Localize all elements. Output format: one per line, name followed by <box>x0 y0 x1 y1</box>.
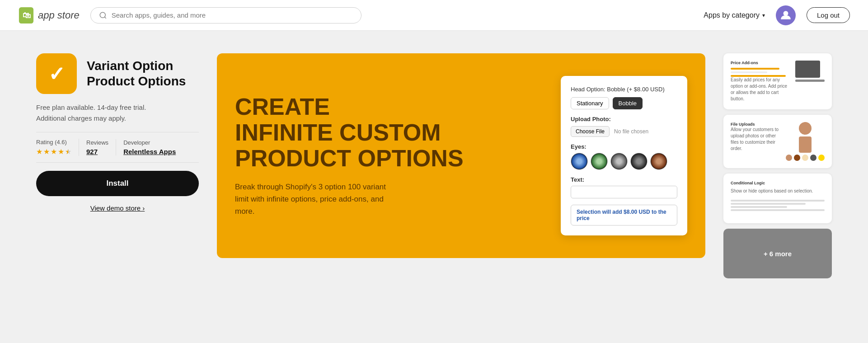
option-buttons: Stationary Bobble <box>571 97 677 109</box>
thumb-conditional-desc: Show or hide options based on selection. <box>731 188 825 194</box>
thumbnail-file-uploads[interactable]: File Uploads Allow your customers to upl… <box>723 115 832 168</box>
rating-label: Rating (4.6) <box>36 139 71 146</box>
hero-title-line1: CREATE <box>235 94 543 120</box>
code-line-3 <box>731 206 787 208</box>
developer-name[interactable]: Relentless Apps <box>123 148 176 155</box>
chevron-down-icon: ▾ <box>762 12 765 19</box>
logout-button[interactable]: Log out <box>807 7 850 23</box>
thumb-file-uploads-desc: Allow your customers to upload photos or… <box>731 127 782 152</box>
header: 🛍 app store Apps by category ▾ Log out <box>0 0 868 31</box>
star-5-half: ★★ <box>65 147 71 156</box>
hero-title: CREATE INFINITE CUSTOM PRODUCT OPTIONS <box>235 94 543 172</box>
eye-option-dark[interactable] <box>630 153 647 170</box>
person-body-icon <box>799 136 812 153</box>
eye-option-brown[interactable] <box>650 153 667 170</box>
search-input[interactable] <box>112 11 353 19</box>
thumb-price-addons-desc: Easily add prices for any option or add-… <box>731 77 792 102</box>
app-subtitle-line2: Additional charges may apply. <box>36 113 199 124</box>
thumbnail-conditional-logic[interactable]: Conditional Logic Show or hide options b… <box>723 174 832 223</box>
product-options-modal: Head Option: Bobble (+ $8.00 USD) Statio… <box>561 76 687 235</box>
user-icon <box>780 9 792 21</box>
eyes-label: Eyes: <box>571 143 677 150</box>
bobble-option-button[interactable]: Bobble <box>613 97 643 109</box>
more-label: + 6 more <box>764 250 792 258</box>
apps-by-category-nav[interactable]: Apps by category ▾ <box>704 11 765 19</box>
logo-text: app store <box>38 9 80 21</box>
app-header: ✓ Variant Option Product Options <box>36 53 199 94</box>
laptop-icon <box>795 61 820 78</box>
head-option-text: Head Option: Bobble (+ $8.00 USD) <box>571 86 665 93</box>
text-field-input[interactable] <box>571 186 677 198</box>
price-bar-1 <box>731 68 779 70</box>
shopify-logo-icon: 🛍 <box>18 7 34 23</box>
hero-title-line2: INFINITE CUSTOM <box>235 120 543 146</box>
star-3: ★ <box>51 147 57 156</box>
code-line-4 <box>731 209 825 211</box>
reviews-label: Reviews <box>86 139 108 146</box>
search-bar <box>90 7 361 23</box>
code-line-2 <box>731 203 806 205</box>
developer-cell: Developer Relentless Apps <box>116 139 183 155</box>
svg-point-4 <box>784 11 788 16</box>
hero-title-line3: PRODUCT OPTIONS <box>235 146 543 171</box>
swatch-1 <box>786 155 792 161</box>
swatch-2 <box>794 155 800 161</box>
head-option-label: Head Option: Bobble (+ $8.00 USD) <box>571 86 677 93</box>
search-icon <box>99 11 107 19</box>
star-1: ★ <box>36 147 42 156</box>
reviews-count[interactable]: 927 <box>86 148 108 155</box>
thumb-file-text: File Uploads Allow your customers to upl… <box>731 122 782 152</box>
hero-panel: CREATE INFINITE CUSTOM PRODUCT OPTIONS B… <box>217 53 705 258</box>
checkmark-icon: ✓ <box>48 62 65 85</box>
developer-label: Developer <box>123 139 176 146</box>
logo[interactable]: 🛍 app store <box>18 7 80 23</box>
stationary-option-button[interactable]: Stationary <box>571 97 609 109</box>
star-4: ★ <box>58 147 64 156</box>
file-upload-row: Choose File No file chosen <box>571 126 677 137</box>
thumb-code-lines <box>731 200 825 212</box>
app-info-panel: ✓ Variant Option Product Options Free pl… <box>36 53 199 212</box>
eye-option-grey[interactable] <box>610 153 628 170</box>
app-title: Variant Option Product Options <box>87 58 199 89</box>
price-note: Selection will add $8.00 USD to the pric… <box>571 205 677 226</box>
stars-display: ★ ★ ★ ★ ★★ <box>36 147 71 156</box>
hero-text: CREATE INFINITE CUSTOM PRODUCT OPTIONS B… <box>235 94 543 217</box>
price-amount: $8.00 USD <box>624 209 650 215</box>
thumb-content-file-uploads: File Uploads Allow your customers to upl… <box>731 122 825 161</box>
swatch-3 <box>802 155 808 161</box>
person-head-icon <box>799 122 812 135</box>
star-2: ★ <box>43 147 50 156</box>
eyes-options <box>571 153 677 170</box>
thumb-price-addons-title: Price Add-ons <box>731 61 792 65</box>
thumb-person-area <box>786 122 825 161</box>
app-icon: ✓ <box>36 53 77 94</box>
eye-option-blue[interactable] <box>571 153 588 170</box>
thumb-conditional-title: Conditional Logic <box>731 181 825 185</box>
no-file-label: No file chosen <box>614 128 648 135</box>
user-avatar[interactable] <box>776 5 796 25</box>
thumb-content-price-addons: Price Add-ons Easily add prices for any … <box>731 61 825 102</box>
thumb-file-uploads-title: File Uploads <box>731 122 782 127</box>
thumbnail-price-addons[interactable]: Price Add-ons Easily add prices for any … <box>723 53 832 109</box>
svg-line-3 <box>104 17 106 18</box>
main-content: ✓ Variant Option Product Options Free pl… <box>0 31 868 301</box>
code-line-1 <box>731 200 825 202</box>
install-button[interactable]: Install <box>36 171 199 196</box>
choose-file-button[interactable]: Choose File <box>571 126 610 137</box>
thumbnail-more[interactable]: + 6 more <box>723 229 832 278</box>
app-subtitle: Free plan available. 14-day free trial. … <box>36 102 199 124</box>
app-meta-row: Rating (4.6) ★ ★ ★ ★ ★★ Reviews 927 Deve… <box>36 132 199 163</box>
thumb-laptop-area <box>795 61 825 82</box>
price-note-prefix: Selection will add <box>577 209 624 215</box>
hero-description: Break through Shopify's 3 option 100 var… <box>235 181 389 218</box>
swatch-row <box>786 155 825 161</box>
text-field-label: Text: <box>571 176 677 183</box>
swatch-4 <box>810 155 816 161</box>
laptop-base-icon <box>795 80 825 82</box>
eye-option-green[interactable] <box>591 153 608 170</box>
demo-link[interactable]: View demo store › <box>36 204 199 212</box>
price-bar-2 <box>731 71 767 73</box>
nav-category-label: Apps by category <box>704 11 760 19</box>
svg-point-2 <box>100 12 105 18</box>
rating-cell: Rating (4.6) ★ ★ ★ ★ ★★ <box>36 139 79 156</box>
